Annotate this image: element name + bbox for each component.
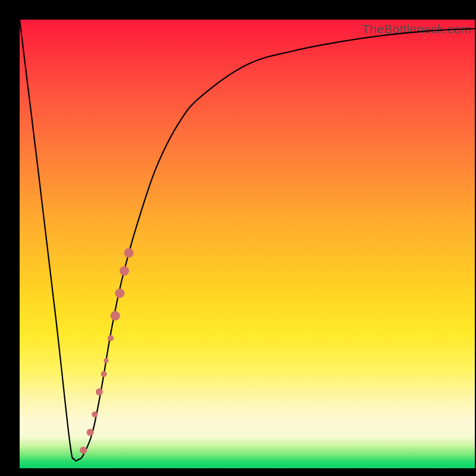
chart-container: TheBottleneck.com: [0, 0, 476, 476]
highlight-dot: [80, 447, 87, 454]
highlight-dot: [120, 266, 129, 275]
highlight-dot: [101, 371, 107, 377]
highlight-dot: [104, 358, 108, 363]
highlight-dot: [108, 335, 114, 341]
highlight-dot: [92, 412, 98, 418]
bottleneck-curve-path: [20, 20, 475, 461]
highlight-dot: [87, 429, 94, 436]
highlight-dot: [111, 311, 120, 321]
highlight-dot: [96, 389, 103, 396]
highlight-dot: [115, 289, 124, 298]
highlight-dot: [124, 248, 134, 258]
plot-area: TheBottleneck.com: [20, 20, 475, 468]
curve-layer: [20, 20, 475, 468]
highlight-dots-group: [80, 248, 134, 454]
